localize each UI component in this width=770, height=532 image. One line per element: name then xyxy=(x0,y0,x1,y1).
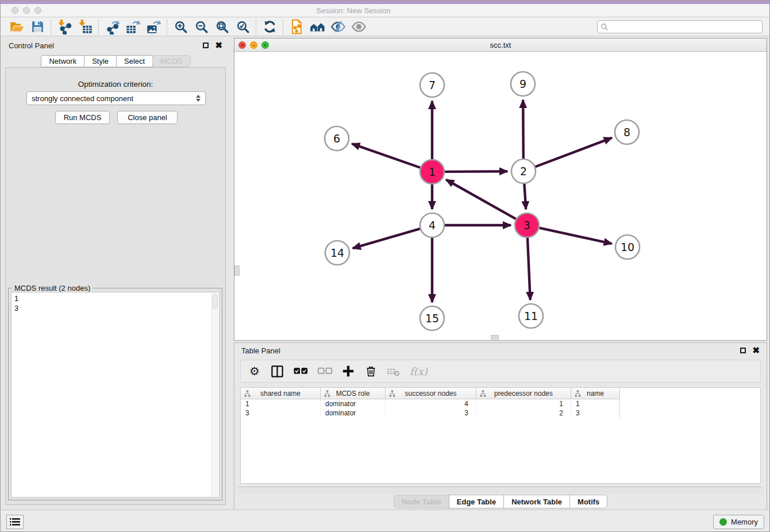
table-cell[interactable]: 2 xyxy=(476,408,571,418)
search-input[interactable] xyxy=(609,22,759,32)
zoom-in-button[interactable] xyxy=(170,18,191,36)
graph-node-2[interactable]: 2 xyxy=(511,159,536,183)
export-network-button[interactable] xyxy=(102,18,122,36)
export-table-button[interactable] xyxy=(122,18,143,36)
table-cell[interactable]: dominator xyxy=(321,399,386,408)
float-table-panel-icon[interactable] xyxy=(740,348,746,353)
table-cell[interactable]: 1 xyxy=(241,399,321,408)
graph-node-1[interactable]: 1 xyxy=(420,160,444,184)
table-cell[interactable]: 3 xyxy=(571,408,619,418)
network-minimize-button[interactable]: – xyxy=(250,41,257,49)
delete-column-icon xyxy=(387,365,400,378)
graph-node-8[interactable]: 8 xyxy=(615,120,639,144)
network-canvas[interactable]: 7968124314101511 xyxy=(234,52,767,340)
graph-edge-4-14[interactable] xyxy=(353,229,420,248)
network-graph[interactable]: 7968124314101511 xyxy=(234,52,767,340)
import-table-button[interactable] xyxy=(75,18,95,36)
delete-row-button[interactable] xyxy=(364,363,377,379)
graph-edge-2-8[interactable] xyxy=(536,138,612,167)
graph-edge-3-11[interactable] xyxy=(528,238,530,300)
import-network-button[interactable] xyxy=(54,18,75,36)
network-overview-button[interactable] xyxy=(307,18,328,36)
table-row[interactable]: 3dominator323 xyxy=(241,408,620,418)
toolbar-separator xyxy=(283,20,283,34)
column-header-successor-nodes[interactable]: successor nodes xyxy=(386,388,476,399)
graph-node-14[interactable]: 14 xyxy=(325,241,349,265)
graph-node-6[interactable]: 6 xyxy=(325,126,349,151)
memory-button[interactable]: Memory xyxy=(713,515,764,529)
graph-node-15[interactable]: 15 xyxy=(420,306,444,330)
criterion-dropdown-value: strongly connected component xyxy=(32,94,133,103)
search-box[interactable] xyxy=(597,20,763,33)
network-close-button[interactable]: ✕ xyxy=(238,41,246,49)
select-all-button[interactable] xyxy=(294,363,308,379)
close-table-panel-icon[interactable]: ✖ xyxy=(752,348,760,353)
zoom-selected-icon xyxy=(236,20,250,34)
graph-node-3[interactable]: 3 xyxy=(515,213,539,237)
refresh-button[interactable] xyxy=(259,18,280,36)
graph-node-10[interactable]: 10 xyxy=(615,235,640,259)
column-header-name[interactable]: name xyxy=(571,388,619,399)
graph-edge-3-10[interactable] xyxy=(539,228,611,244)
gear-button[interactable]: ⚙ xyxy=(248,363,261,379)
graph-node-4[interactable]: 4 xyxy=(420,213,444,237)
horizontal-scroll-handle[interactable] xyxy=(491,335,499,340)
zoom-out-icon xyxy=(194,20,209,34)
criterion-dropdown[interactable]: strongly connected component xyxy=(26,91,206,105)
zoom-selected-button[interactable] xyxy=(232,18,253,36)
table-cell[interactable]: 1 xyxy=(571,399,619,408)
table-cell[interactable]: 1 xyxy=(476,399,571,408)
tab-select[interactable]: Select xyxy=(116,55,153,67)
tab-motifs[interactable]: Motifs xyxy=(569,495,607,508)
show-hide-button[interactable] xyxy=(348,18,369,36)
close-panel-button[interactable]: Close panel xyxy=(117,111,178,124)
graph-edge-2-3[interactable] xyxy=(524,184,526,209)
save-button[interactable] xyxy=(27,18,48,36)
column-header-MCDS-role[interactable]: MCDS role xyxy=(321,388,386,399)
graph-node-11[interactable]: 11 xyxy=(519,304,543,328)
add-row-button[interactable] xyxy=(342,363,355,379)
column-header-shared-name[interactable]: shared name xyxy=(241,388,321,399)
table-cell[interactable]: 3 xyxy=(386,408,476,418)
tab-network-table[interactable]: Network Table xyxy=(503,495,570,508)
table-cell[interactable]: dominator xyxy=(321,408,386,418)
open-folder-button[interactable] xyxy=(6,18,27,36)
tab-edge-table[interactable]: Edge Table xyxy=(449,495,504,508)
column-header-predecessor-nodes[interactable]: predecessor nodes xyxy=(476,388,571,399)
run-mcds-button[interactable]: Run MCDS xyxy=(55,111,110,124)
import-table-icon xyxy=(78,19,93,34)
memory-button-label: Memory xyxy=(731,518,758,526)
graph-edge-3-1[interactable] xyxy=(446,180,515,219)
network-window-titlebar[interactable]: ✕ – + scc.txt xyxy=(234,38,767,52)
task-history-button[interactable] xyxy=(6,515,24,529)
zoom-out-button[interactable] xyxy=(191,18,211,36)
result-scrollbar[interactable] xyxy=(211,293,218,496)
float-panel-icon[interactable] xyxy=(203,43,209,48)
result-scrollbar-thumb[interactable] xyxy=(213,294,218,309)
graph-edge-1-6[interactable] xyxy=(352,144,420,168)
tab-network[interactable]: Network xyxy=(41,55,84,67)
network-maximize-button[interactable]: + xyxy=(261,41,269,49)
clone-network-button[interactable] xyxy=(286,18,307,36)
graph-node-label: 2 xyxy=(520,165,527,178)
tab-node-table[interactable]: Node Table xyxy=(394,495,449,508)
vertical-scroll-handle[interactable] xyxy=(234,265,240,276)
deselect-all-button[interactable] xyxy=(318,363,332,379)
table-cell[interactable]: 3 xyxy=(241,408,321,418)
toggle-graphics-details-button[interactable] xyxy=(328,18,348,36)
export-image-button[interactable] xyxy=(143,18,164,36)
tab-style[interactable]: Style xyxy=(84,55,117,67)
close-panel-icon[interactable]: ✖ xyxy=(215,43,222,48)
main-titlebar[interactable]: Session: New Session xyxy=(1,4,769,17)
tab-mcds[interactable]: MCDS xyxy=(152,55,190,67)
graph-edge-1-2[interactable] xyxy=(445,171,507,172)
zoom-fit-button[interactable] xyxy=(211,18,232,36)
graph-node-7[interactable]: 7 xyxy=(420,73,444,97)
table-cell[interactable]: 4 xyxy=(386,399,476,408)
graph-node-9[interactable]: 9 xyxy=(511,72,535,96)
mcds-result-line: 1 xyxy=(14,294,216,303)
mcds-result-textarea[interactable]: 13 xyxy=(11,292,220,498)
graph-edge-2-9[interactable] xyxy=(523,100,523,159)
table-row[interactable]: 1dominator411 xyxy=(241,399,620,408)
split-view-button[interactable] xyxy=(271,363,284,379)
